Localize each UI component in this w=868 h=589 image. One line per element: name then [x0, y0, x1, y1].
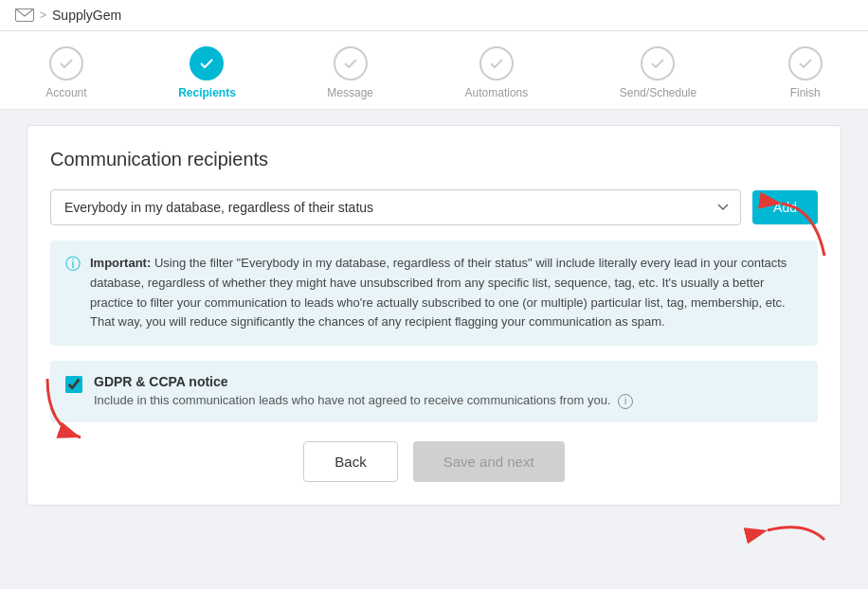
- step-account-label: Account: [45, 86, 86, 99]
- step-finish-label: Finish: [790, 86, 821, 99]
- step-account-circle: [49, 46, 83, 80]
- gdpr-content: GDPR & CCPA notice Include in this commu…: [94, 374, 633, 409]
- step-recipients[interactable]: Recipients: [178, 46, 236, 99]
- step-recipients-circle: [190, 46, 224, 80]
- step-message-label: Message: [327, 86, 373, 99]
- back-button[interactable]: Back: [303, 441, 397, 482]
- main-content: Communication recipients Everybody in my…: [27, 125, 841, 506]
- top-bar: > SupplyGem: [0, 0, 868, 31]
- email-icon: [15, 9, 34, 22]
- save-next-button[interactable]: Save and next: [413, 441, 565, 482]
- gdpr-checkbox[interactable]: [65, 376, 82, 393]
- step-automations-label: Automations: [465, 86, 529, 99]
- gdpr-box: GDPR & CCPA notice Include in this commu…: [50, 361, 818, 422]
- step-finish[interactable]: Finish: [788, 46, 823, 99]
- step-send-schedule[interactable]: Send/Schedule: [620, 46, 696, 99]
- gdpr-info-icon[interactable]: i: [618, 394, 633, 409]
- step-automations[interactable]: Automations: [465, 46, 529, 99]
- bottom-buttons: Back Save and next: [50, 441, 818, 482]
- gdpr-description: Include in this communication leads who …: [94, 393, 633, 409]
- dropdown-row: Everybody in my database, regardless of …: [50, 189, 818, 225]
- info-icon: ⓘ: [65, 255, 81, 332]
- info-box: ⓘ Important: Using the filter "Everybody…: [50, 241, 818, 346]
- step-automations-circle: [479, 46, 514, 80]
- step-finish-circle: [788, 46, 823, 80]
- breadcrumb-chevron: >: [40, 9, 46, 22]
- step-account[interactable]: Account: [45, 46, 86, 99]
- step-send-schedule-label: Send/Schedule: [620, 86, 696, 99]
- breadcrumb-title: SupplyGem: [52, 8, 121, 23]
- info-text: Important: Using the filter "Everybody i…: [90, 254, 803, 332]
- recipients-dropdown[interactable]: Everybody in my database, regardless of …: [50, 189, 741, 225]
- steps-bar: Account Recipients Message Automations S…: [0, 31, 868, 110]
- gdpr-title: GDPR & CCPA notice: [94, 374, 633, 389]
- step-send-schedule-circle: [641, 46, 675, 80]
- step-recipients-label: Recipients: [178, 86, 236, 99]
- step-message-circle: [334, 46, 368, 80]
- step-message[interactable]: Message: [327, 46, 373, 99]
- section-title: Communication recipients: [50, 149, 818, 170]
- add-button[interactable]: Add: [752, 190, 818, 224]
